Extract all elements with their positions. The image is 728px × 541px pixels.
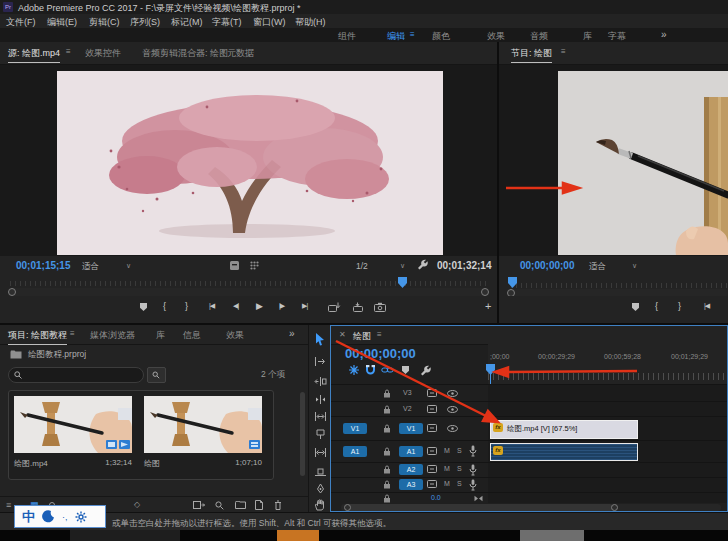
tab-project[interactable]: 项目: 绘图教程 xyxy=(8,329,67,345)
step-back-icon[interactable]: ◀| xyxy=(233,302,238,310)
track-target-a1[interactable]: A1 xyxy=(399,446,423,457)
list-view-icon[interactable]: ≡ xyxy=(6,500,11,510)
track-target-v1[interactable]: V1 xyxy=(399,423,423,434)
workspace-overflow-icon[interactable]: » xyxy=(661,29,667,40)
timeline-add-marker-icon[interactable] xyxy=(402,366,409,374)
program-go-to-in-icon[interactable]: |◀ xyxy=(704,302,709,310)
lock-icon[interactable] xyxy=(383,405,391,414)
project-panel-menu-icon[interactable]: ≡ xyxy=(70,329,75,338)
tab-audio-clip-mixer[interactable]: 音频剪辑混合器: 绘图 xyxy=(142,47,228,60)
toggle-track-output-eye-icon[interactable] xyxy=(447,406,458,413)
snap-magnet-icon[interactable] xyxy=(365,364,376,376)
go-to-in-icon[interactable]: |◀ xyxy=(209,302,214,310)
monitor-settings-icon[interactable] xyxy=(229,260,240,271)
project-overflow-icon[interactable]: » xyxy=(289,328,295,339)
resolution-chevron-icon[interactable]: ∨ xyxy=(400,262,405,270)
ime-moon-icon[interactable] xyxy=(42,510,55,523)
step-forward-icon[interactable]: |▶ xyxy=(279,302,284,310)
timeline-timecode[interactable]: 00;00;00;00 xyxy=(345,346,416,361)
source-patch-v1[interactable]: V1 xyxy=(343,423,367,434)
tab-sequence[interactable]: 绘图 xyxy=(353,330,371,343)
clip-name[interactable]: 绘图.mp4 xyxy=(14,458,48,469)
source-timecode[interactable]: 00;01;15;15 xyxy=(16,260,70,271)
program-mark-out-icon[interactable]: } xyxy=(678,301,680,311)
lock-icon[interactable] xyxy=(383,447,391,456)
new-item-icon[interactable] xyxy=(255,500,263,510)
ruler-ticks[interactable] xyxy=(488,373,727,380)
mute-button[interactable]: M xyxy=(444,480,450,487)
track-select-forward-tool[interactable] xyxy=(314,356,327,367)
find-icon[interactable] xyxy=(215,501,224,510)
source-scroll-handle-left[interactable] xyxy=(8,288,16,296)
program-panel-menu-icon[interactable]: ≡ xyxy=(561,47,566,56)
project-item-card[interactable]: 绘图.mp4 1;32;14 xyxy=(14,396,134,474)
timeline-ruler[interactable]: ;00;00 00;00;29;29 00;00;59;28 00;01;29;… xyxy=(488,344,727,384)
program-timecode[interactable]: 00;00;00;00 xyxy=(520,260,574,271)
source-fit-select[interactable]: 适合 xyxy=(82,261,99,273)
tab-info[interactable]: 信息 xyxy=(183,329,201,342)
mark-out-icon[interactable]: } xyxy=(185,301,187,311)
keyframe-nav-icon[interactable] xyxy=(474,495,483,502)
solo-button[interactable]: S xyxy=(457,447,462,454)
source-fit-chevron-icon[interactable]: ∨ xyxy=(126,262,131,270)
sort-icon[interactable]: ◇ xyxy=(134,500,140,509)
ime-bar[interactable]: 中 ·, xyxy=(14,505,106,528)
track-name-v3[interactable]: V3 xyxy=(403,389,412,396)
source-scroll-handle-right[interactable] xyxy=(481,288,489,296)
lock-icon[interactable] xyxy=(383,389,391,398)
monitor-divider[interactable] xyxy=(497,42,499,325)
sequence-name[interactable]: 绘图 xyxy=(144,458,160,469)
source-mini-ruler[interactable] xyxy=(10,281,487,286)
lock-icon[interactable] xyxy=(383,424,391,433)
tab-effect-controls[interactable]: 效果控件 xyxy=(85,47,121,60)
project-scrollbar[interactable] xyxy=(300,392,305,476)
timeline-video-clip[interactable]: fx 绘图.mp4 [V] [67.5%] xyxy=(490,420,638,439)
search-bin-button[interactable] xyxy=(147,367,166,383)
grid-overlay-icon[interactable] xyxy=(249,260,260,271)
search-input[interactable] xyxy=(25,369,141,382)
linked-selection-icon[interactable] xyxy=(381,365,394,375)
razor-tool[interactable] xyxy=(315,429,326,440)
sync-lock-icon[interactable] xyxy=(427,465,437,473)
program-fit-select[interactable]: 适合 xyxy=(589,261,606,273)
sequence-thumbnail[interactable] xyxy=(144,396,262,453)
timeline-settings-wrench-icon[interactable] xyxy=(420,365,432,377)
tab-metadata[interactable]: 元数据 xyxy=(227,47,254,60)
close-icon[interactable]: ✕ xyxy=(339,330,346,339)
ime-settings-gear-icon[interactable] xyxy=(75,511,87,523)
program-mark-in-icon[interactable]: { xyxy=(655,301,657,311)
track-target-a3[interactable]: A3 xyxy=(399,479,423,490)
trash-icon[interactable] xyxy=(274,500,282,510)
tab-program[interactable]: 节目: 绘图 xyxy=(511,47,552,63)
program-fit-chevron-icon[interactable]: ∨ xyxy=(632,262,637,270)
lock-icon[interactable] xyxy=(383,465,391,474)
timeline-scroll-handle-right[interactable] xyxy=(611,504,618,511)
timeline-scroll-handle-left[interactable] xyxy=(344,504,351,511)
timeline-panel-menu-icon[interactable]: ≡ xyxy=(377,330,382,339)
source-zoom-scrollbar[interactable] xyxy=(8,288,489,296)
pen-tool[interactable] xyxy=(315,483,326,495)
new-bin-icon[interactable] xyxy=(235,501,246,509)
add-marker-icon[interactable] xyxy=(140,303,147,311)
go-to-out-icon[interactable]: ▶| xyxy=(302,302,307,310)
breadcrumb[interactable]: 绘图教程.prproj xyxy=(28,349,86,361)
lock-icon[interactable] xyxy=(383,480,391,489)
automate-to-sequence-icon[interactable] xyxy=(193,501,205,509)
solo-button[interactable]: S xyxy=(457,465,462,472)
voiceover-mic-icon[interactable] xyxy=(469,464,477,476)
clip-thumbnail[interactable] xyxy=(14,396,132,453)
sync-lock-icon[interactable] xyxy=(427,447,437,455)
settings-wrench-icon[interactable] xyxy=(417,259,429,271)
mark-in-icon[interactable]: { xyxy=(163,301,165,311)
program-add-marker-icon[interactable] xyxy=(632,303,639,311)
rate-stretch-tool[interactable] xyxy=(314,411,327,422)
track-name-v2[interactable]: V2 xyxy=(403,405,412,412)
ime-language-mode[interactable]: 中 xyxy=(22,508,35,526)
mute-button[interactable]: M xyxy=(444,447,450,454)
hand-tool[interactable] xyxy=(314,499,327,511)
rolling-edit-tool[interactable] xyxy=(314,394,327,405)
toggle-track-output-eye-icon[interactable] xyxy=(447,390,458,397)
solo-button[interactable]: S xyxy=(457,480,462,487)
sync-lock-icon[interactable] xyxy=(427,389,437,397)
source-scrubber[interactable] xyxy=(0,276,497,296)
